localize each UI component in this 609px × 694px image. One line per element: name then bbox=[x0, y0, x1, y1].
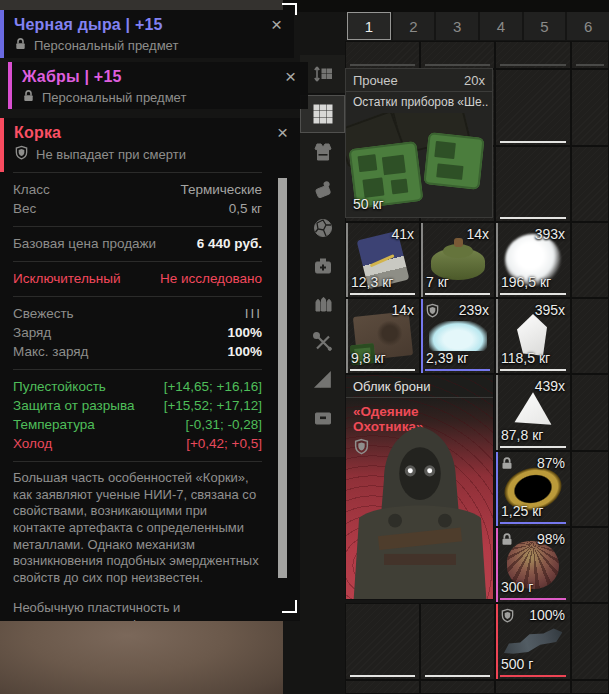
hover-item-weight: 50 кг bbox=[353, 196, 384, 212]
shield-icon bbox=[14, 145, 29, 163]
hover-item-category: Прочее bbox=[353, 73, 398, 88]
tab-4[interactable]: 4 bbox=[480, 12, 522, 40]
item-weight: 87,8 кг bbox=[501, 427, 543, 443]
item-weight: 500 г bbox=[501, 656, 533, 672]
hovered-item-panel[interactable]: Прочее 20x Остатки приборов «Ше.. 50 кг bbox=[345, 68, 493, 218]
grid-icon bbox=[311, 102, 335, 126]
medkit-icon bbox=[311, 254, 335, 278]
grid-cell[interactable] bbox=[495, 69, 571, 146]
grid-cell[interactable] bbox=[571, 146, 609, 222]
shield-icon bbox=[425, 303, 440, 322]
item-gills-artifact[interactable]: 98% 300 г bbox=[495, 527, 571, 603]
grid-cell[interactable] bbox=[345, 41, 420, 69]
grid-cell[interactable] bbox=[571, 41, 609, 69]
item-cigarettes[interactable]: 41x 12,3 кг bbox=[345, 222, 420, 298]
item-weight: 118,5 кг bbox=[501, 350, 550, 366]
tooltip-title: Корка bbox=[14, 124, 61, 142]
inventory-page-tabs: 1 2 3 4 5 6 bbox=[347, 12, 609, 40]
grid-cell[interactable] bbox=[420, 41, 495, 69]
filter-spheres[interactable] bbox=[300, 209, 345, 247]
tab-1[interactable]: 1 bbox=[347, 12, 391, 40]
grid-cell[interactable] bbox=[571, 222, 609, 298]
item-shard[interactable]: 439x 87,8 кг bbox=[495, 374, 571, 451]
item-powder[interactable]: 239x 2,39 кг bbox=[420, 298, 495, 374]
close-icon[interactable]: × bbox=[269, 18, 284, 32]
item-condition: 100% bbox=[529, 607, 565, 623]
grid-cell[interactable] bbox=[571, 298, 609, 374]
close-icon[interactable]: × bbox=[283, 70, 298, 84]
tooltip-status: Не выпадает при смерти bbox=[36, 147, 186, 162]
item-weight: 2,39 кг bbox=[426, 350, 468, 366]
accent-bar bbox=[0, 118, 4, 172]
tooltip-gills: Жабры | +15 × Персональный предмет bbox=[8, 62, 308, 109]
item-count: 439x bbox=[535, 378, 565, 394]
grid-cell[interactable] bbox=[495, 680, 571, 694]
grid-cell[interactable] bbox=[495, 41, 571, 69]
grid-cell[interactable] bbox=[420, 603, 495, 680]
price-label: Базовая цена продажи bbox=[13, 234, 156, 253]
lock-icon bbox=[500, 456, 514, 475]
freshness-value: III bbox=[245, 304, 262, 323]
armor-appearance-panel[interactable]: Облик брони «Одеяние Охотника» bbox=[345, 374, 494, 600]
filter-ammo[interactable] bbox=[300, 285, 345, 323]
selection-corner-top bbox=[282, 3, 297, 15]
ammo-icon bbox=[311, 292, 335, 316]
freshness-label: Свежесть bbox=[13, 304, 74, 323]
item-filter[interactable]: 14x 7 кг bbox=[420, 222, 495, 298]
close-icon[interactable]: × bbox=[275, 126, 290, 140]
filter-medical[interactable] bbox=[300, 247, 345, 285]
grid-cell[interactable] bbox=[571, 680, 609, 694]
research-status: Не исследовано bbox=[160, 269, 262, 288]
lock-icon bbox=[14, 37, 27, 54]
item-bark-artifact[interactable]: 100% 500 г bbox=[495, 603, 571, 680]
tab-2[interactable]: 2 bbox=[393, 12, 435, 40]
accent-bar bbox=[8, 62, 12, 109]
artifact-pouch-icon bbox=[311, 178, 335, 202]
item-weight: 300 г bbox=[501, 579, 533, 595]
grid-cell[interactable] bbox=[345, 603, 420, 680]
item-blackhole-artifact[interactable]: 87% 1,25 кг bbox=[495, 451, 571, 527]
sort-icon bbox=[311, 62, 335, 86]
charge-value: 100% bbox=[227, 323, 262, 342]
weight-value: 0,5 кг bbox=[229, 199, 262, 218]
filter-artifacts[interactable] bbox=[300, 171, 345, 209]
grid-cell[interactable] bbox=[345, 680, 420, 694]
grid-cell[interactable] bbox=[420, 680, 495, 694]
tooltip-scrollbar[interactable] bbox=[278, 178, 287, 578]
stat-cold-value: [+0,42; +0,5] bbox=[186, 434, 262, 453]
selection-corner-bottom bbox=[282, 600, 297, 613]
description-paragraph-1: Большая часть особенностей «Корки», как … bbox=[13, 470, 262, 586]
shield-icon bbox=[500, 608, 515, 627]
filter-tools[interactable] bbox=[300, 323, 345, 361]
tab-6[interactable]: 6 bbox=[567, 12, 609, 40]
stat-rupture-value: [+15,52; +17,12] bbox=[164, 396, 262, 415]
filter-containers[interactable] bbox=[300, 399, 345, 437]
grid-cell[interactable] bbox=[571, 603, 609, 680]
grid-cell[interactable] bbox=[495, 146, 571, 222]
tooltip-blackhole: Черная дыра | +15 × Персональный предмет bbox=[0, 10, 294, 58]
blurred-scene-bottom bbox=[0, 621, 283, 694]
item-fluff[interactable]: 393x 196,5 кг bbox=[495, 222, 571, 298]
crate-icon bbox=[311, 406, 335, 430]
item-count: 14x bbox=[391, 302, 414, 318]
grid-cell[interactable] bbox=[571, 451, 609, 527]
item-crystal[interactable]: 395x 118,5 кг bbox=[495, 298, 571, 374]
filter-blueprints[interactable] bbox=[300, 361, 345, 399]
inventory-screen: 1 2 3 4 5 6 bbox=[0, 0, 609, 694]
tooltip-korka: Корка × Не выпадает при смерти Класс Тер… bbox=[0, 118, 300, 621]
tab-3[interactable]: 3 bbox=[436, 12, 478, 40]
tab-5[interactable]: 5 bbox=[524, 12, 566, 40]
hover-item-name: Остатки приборов «Ше.. bbox=[346, 92, 492, 111]
stat-cold-label: Холод bbox=[13, 434, 52, 453]
grid-cell[interactable] bbox=[571, 69, 609, 146]
item-condition: 98% bbox=[537, 531, 565, 547]
item-count: 14x bbox=[466, 226, 489, 242]
item-chipbox[interactable]: 14x 9,8 кг bbox=[345, 298, 420, 374]
item-condition: 87% bbox=[537, 455, 565, 471]
grid-cell[interactable] bbox=[571, 527, 609, 603]
grid-cell[interactable] bbox=[571, 374, 609, 451]
tooltip-subtitle: Персональный предмет bbox=[34, 38, 178, 53]
filter-armor[interactable] bbox=[300, 133, 345, 171]
class-value: Термические bbox=[180, 180, 262, 199]
top-strip bbox=[283, 0, 609, 12]
